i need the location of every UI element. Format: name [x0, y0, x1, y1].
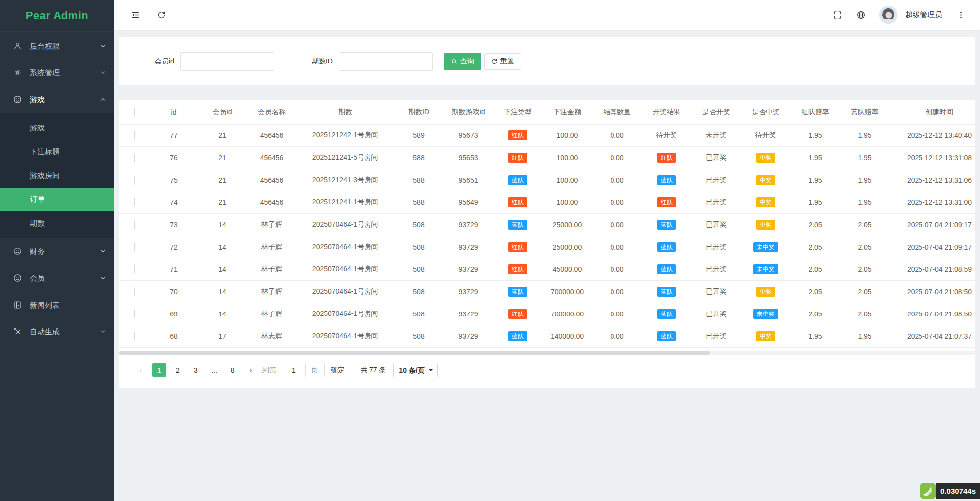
search-button[interactable]: 查询 [444, 53, 481, 70]
sidebar-subitem-game-room[interactable]: 游戏房间 [0, 164, 114, 188]
row-checkbox[interactable] [134, 287, 135, 296]
cell-period_id: 589 [394, 124, 443, 146]
globe-icon[interactable] [856, 9, 866, 20]
sidebar-subitem-order[interactable]: 订单 [0, 188, 114, 211]
user-name[interactable]: 超级管理员 [905, 10, 942, 20]
jump-page-input[interactable] [282, 363, 306, 377]
column-header: 期数ID [394, 100, 443, 124]
cell-period_id: 588 [394, 146, 443, 169]
cell-blue_odds: 2.05 [840, 303, 890, 325]
cell-created: 2025-12-12 13:31:08 [890, 146, 975, 169]
cell-period_game_id: 95649 [443, 191, 493, 213]
row-checkbox[interactable] [134, 198, 135, 207]
user-avatar[interactable] [879, 6, 897, 24]
sidebar-item-news-list[interactable]: 新闻列表 [0, 292, 114, 318]
cell-period_id: 508 [394, 325, 443, 347]
page-size-select[interactable]: 10 条/页 [393, 363, 438, 377]
page-number-1[interactable]: 1 [152, 363, 166, 377]
column-header: 期数游戏id [443, 100, 493, 124]
select-all-checkbox[interactable] [134, 108, 135, 117]
page-number-2[interactable]: 2 [171, 363, 184, 377]
result-badge: 红队 [657, 197, 676, 207]
reset-button[interactable]: 重置 [484, 53, 521, 70]
cell-open_status: 已开奖 [691, 258, 741, 280]
row-checkbox[interactable] [134, 265, 135, 274]
reset-button-label: 重置 [500, 57, 514, 66]
menu-fold-icon[interactable] [130, 9, 141, 20]
row-checkbox-cell [119, 236, 150, 258]
sidebar-item-label: 后台权限 [30, 42, 99, 51]
row-checkbox[interactable] [134, 176, 135, 185]
sidebar-item-member[interactable]: 会员 [0, 265, 114, 292]
cell-period: 2025121241-5号房间 [297, 146, 394, 169]
row-checkbox[interactable] [134, 243, 135, 251]
sidebar-item-finance[interactable]: 财务 [0, 238, 114, 265]
pagination: ‹ 123...8 › 到第 页 确定 共 77 条 10 条/页 [119, 355, 975, 386]
win_status-badge: 未中奖 [753, 264, 778, 274]
cell-open_status: 已开奖 [691, 213, 741, 236]
cell-bet_type: 红队 [493, 303, 543, 325]
cell-id: 69 [150, 303, 197, 325]
refresh-icon[interactable] [156, 9, 167, 20]
horizontal-scrollbar[interactable] [119, 351, 975, 355]
sidebar-item-system-manage[interactable]: 系统管理 [0, 60, 114, 86]
cell-settle_qty: 0.00 [592, 169, 642, 191]
sidebar: Pear Admin 后台权限系统管理游戏游戏下注标题游戏房间订单期数财务会员新… [0, 0, 114, 501]
fullscreen-icon[interactable] [832, 9, 843, 20]
column-header: 会员id [197, 100, 247, 124]
page-number-8[interactable]: 8 [226, 363, 240, 377]
main-area: 超级管理员 会员id 期数ID 查询 重置 [114, 0, 980, 501]
sidebar-subitem-game[interactable]: 游戏 [0, 116, 114, 140]
cell-result: 蓝队 [642, 258, 691, 280]
cell-created: 2025-07-04 21:08:50 [890, 303, 975, 325]
cell-id: 76 [150, 146, 197, 169]
sidebar-subitem-period[interactable]: 期数 [0, 211, 114, 235]
cell-open_status: 已开奖 [691, 303, 741, 325]
cell-created: 2025-12-12 13:40:40 [890, 124, 975, 146]
header-checkbox-cell [119, 100, 150, 124]
row-checkbox-cell [119, 146, 150, 169]
period-id-input[interactable] [339, 52, 433, 71]
cell-blue_odds: 2.05 [840, 280, 890, 303]
page-next-button[interactable]: › [244, 363, 258, 377]
win_status-badge: 中奖 [756, 331, 775, 341]
page-prev-button[interactable]: ‹ [134, 363, 148, 377]
win_status-badge: 未中奖 [753, 242, 778, 252]
cell-period_id: 508 [394, 258, 443, 280]
sidebar-subitem-bet-title[interactable]: 下注标题 [0, 140, 114, 164]
cell-member_id: 14 [197, 280, 247, 303]
cell-blue_odds: 2.05 [840, 213, 890, 236]
jump-confirm-button[interactable]: 确定 [324, 363, 351, 377]
row-checkbox[interactable] [134, 310, 135, 318]
cell-member_id: 21 [197, 146, 247, 169]
row-checkbox[interactable] [134, 220, 135, 229]
cell-period_game_id: 95651 [443, 169, 493, 191]
row-checkbox-cell [119, 303, 150, 325]
win_status-badge: 中奖 [756, 153, 775, 163]
cell-period_id: 508 [394, 236, 443, 258]
cell-bet_amount: 25000.00 [543, 213, 592, 236]
member-id-input[interactable] [180, 52, 274, 71]
table-scroll-area: id会员id会员名称期数期数ID期数游戏id下注类型下注金额结算数量开奖结果是否… [119, 100, 975, 348]
cell-blue_odds: 1.95 [840, 169, 890, 191]
sidebar-item-auto-generate[interactable]: 自动生成 [0, 318, 114, 345]
row-checkbox[interactable] [134, 153, 135, 162]
sidebar-item-backend-permission[interactable]: 后台权限 [0, 33, 114, 60]
page-number-3[interactable]: 3 [189, 363, 203, 377]
cell-member_id: 14 [197, 303, 247, 325]
cell-win_status: 未中奖 [741, 236, 791, 258]
row-checkbox[interactable] [134, 131, 135, 140]
sidebar-item-game[interactable]: 游戏 [0, 86, 114, 113]
cell-period: 2025070464-1号房间 [297, 236, 394, 258]
sidebar-item-label: 游戏 [30, 95, 99, 105]
app-root: Pear Admin 后台权限系统管理游戏游戏下注标题游戏房间订单期数财务会员新… [0, 0, 980, 501]
row-checkbox[interactable] [134, 332, 135, 341]
trace-badge[interactable]: 0.030744s [920, 483, 980, 499]
scrollbar-thumb[interactable] [119, 351, 710, 355]
news-icon [13, 300, 23, 310]
cell-member_name: 456456 [247, 146, 297, 169]
cell-period_id: 508 [394, 280, 443, 303]
cell-period: 2025121241-3号房间 [297, 169, 394, 191]
table-row: 7114林子辉2025070464-1号房间50893729红队45000.00… [119, 258, 975, 280]
more-vertical-icon[interactable] [955, 9, 966, 20]
